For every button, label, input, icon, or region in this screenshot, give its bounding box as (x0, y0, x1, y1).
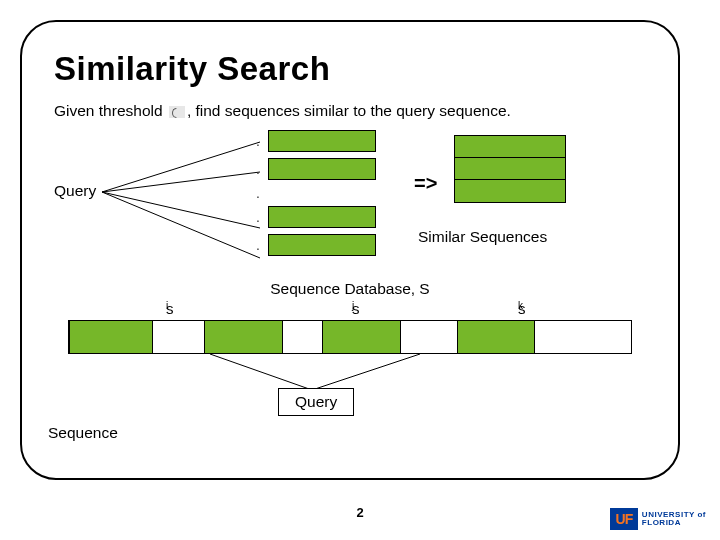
svg-line-3 (102, 192, 260, 258)
candidate-row: . (254, 234, 376, 256)
database-label: Sequence Database, S (48, 280, 652, 298)
candidate-row: . (254, 158, 376, 180)
segment-green (204, 321, 283, 353)
callout: Query (68, 354, 632, 414)
sublabel-row: si sj sk (48, 300, 652, 318)
segment-green (457, 321, 536, 353)
result-box (455, 180, 565, 202)
segment-green (69, 321, 153, 353)
svg-line-0 (102, 142, 260, 192)
uf-logo: UF UNIVERSITY of FLORIDA (610, 508, 706, 530)
sequence-label: Sequence (48, 424, 118, 442)
svg-line-5 (312, 354, 420, 390)
segment-white (283, 321, 322, 353)
segment-white (535, 321, 631, 353)
candidate-box (268, 234, 376, 256)
candidate-box (268, 158, 376, 180)
candidate-row: . (254, 130, 376, 152)
bullet-icon: . (254, 134, 262, 148)
uf-logo-text: UNIVERSITY of FLORIDA (642, 511, 706, 527)
sequence-bar (68, 320, 632, 354)
result-box (455, 158, 565, 180)
candidate-stack: . . . . . (254, 130, 376, 256)
bullet-icon: . (254, 210, 262, 224)
candidate-box (268, 130, 376, 152)
svg-line-2 (102, 192, 260, 228)
arrow-icon: => (414, 172, 437, 195)
slide-title: Similarity Search (54, 50, 652, 88)
result-box (455, 136, 565, 158)
intro-suffix: , find sequences similar to the query se… (187, 102, 511, 119)
intro-prefix: Given threshold (54, 102, 163, 119)
svg-line-1 (102, 172, 260, 192)
ellipsis-row: . (254, 186, 376, 200)
epsilon-icon (169, 106, 185, 118)
candidate-row: . (254, 206, 376, 228)
segment-green (322, 321, 401, 353)
slide-frame: Similarity Search Given threshold , find… (20, 20, 680, 480)
uf-logo-badge: UF (610, 508, 638, 530)
fanout-diagram: Query . . . . . => Similar Sequences (54, 130, 652, 280)
svg-line-4 (210, 354, 312, 390)
intro-text: Given threshold , find sequences similar… (54, 102, 652, 120)
result-stack (454, 135, 566, 203)
bullet-icon: . (254, 162, 262, 176)
segment-white (153, 321, 204, 353)
query-callout-box: Query (278, 388, 354, 416)
candidate-box (268, 206, 376, 228)
bullet-icon: . (254, 186, 262, 200)
segment-white (401, 321, 457, 353)
bullet-icon: . (254, 238, 262, 252)
similar-label: Similar Sequences (418, 228, 547, 246)
query-label: Query (54, 182, 96, 200)
